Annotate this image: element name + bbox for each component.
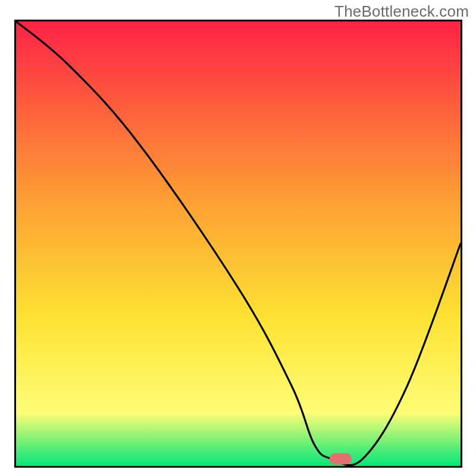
chart-frame [14,20,462,468]
chart-background-gradient [16,21,461,466]
optimal-point-marker [330,453,352,465]
watermark-text: TheBottleneck.com [334,2,469,21]
bottleneck-chart [16,21,461,466]
